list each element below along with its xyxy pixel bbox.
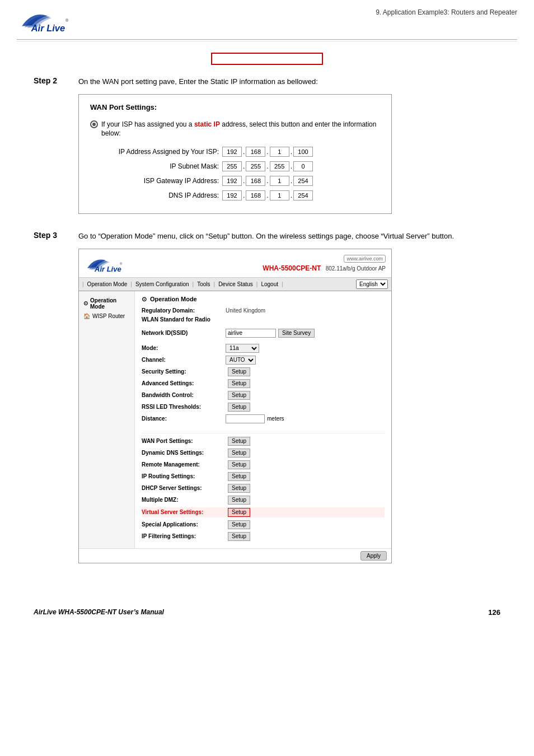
dynamic-dns-setup-button[interactable]: Setup [228,449,250,458]
dmz-setup-button[interactable]: Setup [228,496,250,505]
sidebar-wisp-router[interactable]: 🏠 WISP Router [79,311,134,321]
wlan-standard-row: WLAN Standard for Radio [142,316,385,323]
nav-operation-mode[interactable]: Operation Mode [84,280,131,288]
network-id-label: Network ID(SSID) [142,330,226,336]
subnet-2[interactable] [246,161,265,171]
nav-device-status[interactable]: Device Status [215,280,256,288]
router-model-type: 802.11a/b/g Outdoor AP [326,265,386,272]
special-apps-setup-button[interactable]: Setup [228,520,250,529]
ip-row-subnet: IP Subnet Mask: . . . [96,161,380,171]
virtual-server-setup-button[interactable]: Setup [228,508,250,517]
wan-port-setup-button[interactable]: Setup [228,437,250,446]
svg-text:®: ® [65,18,69,23]
dynamic-dns-row: Dynamic DNS Settings: Setup [142,449,385,458]
router-logo-area: Air Live ® [85,253,129,275]
ip-addr-1[interactable] [222,147,242,157]
rssi-label: RSSI LED Thresholds: [142,404,226,410]
gw-1[interactable] [222,176,242,186]
router-header: Air Live ® www.airlive.com WHA-5500CPE-N… [79,249,391,278]
ip-filtering-row: IP Filtering Settings: Setup [142,532,385,541]
dmz-row: Multiple DMZ: Setup [142,496,385,505]
distance-input[interactable] [226,414,265,423]
gateway-label: ISP Gateway IP Address: [96,177,219,185]
step3-header: Step 3 Go to “Operation Mode” menu, clic… [34,231,500,242]
dhcp-label: DHCP Server Settings: [142,485,226,491]
ssid-input[interactable] [226,329,276,338]
static-ip-highlight: static IP [194,120,220,128]
radio-icon: ⊙ [83,300,88,306]
step3-label: Step 3 [34,231,78,240]
ip-filtering-label: IP Filtering Settings: [142,533,226,539]
nav-lang: English [356,279,388,289]
dns-2[interactable] [246,190,265,200]
gw-3[interactable] [270,176,289,186]
ip-routing-setup-button[interactable]: Setup [228,472,250,481]
distance-label: Distance: [142,416,226,422]
nav-system-config[interactable]: System Configuration [132,280,193,288]
channel-row: Channel: AUTO [142,356,385,365]
red-input-field[interactable] [211,53,323,65]
router-body: ⊙ Operation Mode 🏠 WISP Router ⊙ Operati… [79,291,391,548]
dmz-label: Multiple DMZ: [142,497,226,503]
ip-addr-3[interactable] [270,147,289,157]
page-footer: AirLive WHA-5500CPE-NT User’s Manual 126 [0,597,534,628]
page-number: 126 [488,608,500,617]
wan-port-row: WAN Port Settings: Setup [142,437,385,446]
ip-filtering-setup-button[interactable]: Setup [228,532,250,541]
bandwidth-setup-button[interactable]: Setup [228,391,250,400]
sidebar-operation-mode[interactable]: ⊙ Operation Mode [79,296,134,311]
dns-label: DNS IP Address: [96,192,219,199]
dynamic-dns-label: Dynamic DNS Settings: [142,450,226,456]
ip-form: IP Address Assigned by Your ISP: . . . I… [96,147,380,200]
dns-3[interactable] [270,190,289,200]
distance-row: Distance: meters [142,414,385,423]
ip-routing-label: IP Routing Settings: [142,473,226,479]
router-ui: Air Live ® www.airlive.com WHA-5500CPE-N… [78,249,392,563]
radio-button[interactable] [90,120,98,128]
subnet-label: IP Subnet Mask: [96,162,219,170]
svg-text:®: ® [120,262,123,265]
rssi-setup-button[interactable]: Setup [228,403,250,412]
dhcp-setup-button[interactable]: Setup [228,484,250,493]
step2-label: Step 2 [34,76,78,85]
router-sidebar: ⊙ Operation Mode 🏠 WISP Router [79,291,135,548]
step2-header: Step 2 On the WAN port setting pave, Ent… [34,76,500,87]
step2-section: Step 2 On the WAN port setting pave, Ent… [34,76,500,214]
remote-mgmt-setup-button[interactable]: Setup [228,460,250,469]
mode-select[interactable]: 11a [226,344,259,353]
router-main: ⊙ Operation Mode Regulatory Domain: Unit… [135,291,391,548]
apply-button[interactable]: Apply [360,551,387,561]
special-apps-row: Special Applications: Setup [142,520,385,529]
regulatory-value: United Kingdom [226,307,265,314]
network-id-row: Network ID(SSID) Site Survey [142,329,385,338]
step3-section: Step 3 Go to “Operation Mode” menu, clic… [34,231,500,563]
ip-address-label: IP Address Assigned by Your ISP: [96,148,219,156]
nav-tools[interactable]: Tools [194,280,213,288]
language-select[interactable]: English [356,279,388,289]
channel-select[interactable]: AUTO [226,356,256,365]
notice-text: If your ISP has assigned you a static IP… [101,120,380,139]
gw-4[interactable] [293,176,313,186]
ip-addr-4[interactable] [293,147,313,157]
dns-1[interactable] [222,190,242,200]
subnet-4[interactable] [293,161,313,171]
site-survey-button[interactable]: Site Survey [278,329,315,338]
section-radio-icon: ⊙ [142,296,147,303]
ip-row-address: IP Address Assigned by Your ISP: . . . [96,147,380,157]
meters-label: meters [267,416,284,422]
regulatory-label: Regulatory Domain: [142,307,226,314]
wlan-standard-label: WLAN Standard for Radio [142,316,226,323]
wan-settings-title: WAN Port Settings: [90,103,380,111]
airlive-logo: Air Live ® [17,6,78,36]
sidebar-op-label: Operation Mode [90,297,130,310]
subnet-3[interactable] [270,161,289,171]
gw-2[interactable] [246,176,265,186]
ip-addr-2[interactable] [246,147,265,157]
security-setup-button[interactable]: Setup [228,367,250,376]
subnet-1[interactable] [222,161,242,171]
advanced-setup-button[interactable]: Setup [228,379,250,388]
dns-4[interactable] [293,190,313,200]
router-section-title: ⊙ Operation Mode [142,296,385,303]
bandwidth-label: Bandwidth Control: [142,392,226,398]
nav-logout[interactable]: Logout [257,280,282,288]
